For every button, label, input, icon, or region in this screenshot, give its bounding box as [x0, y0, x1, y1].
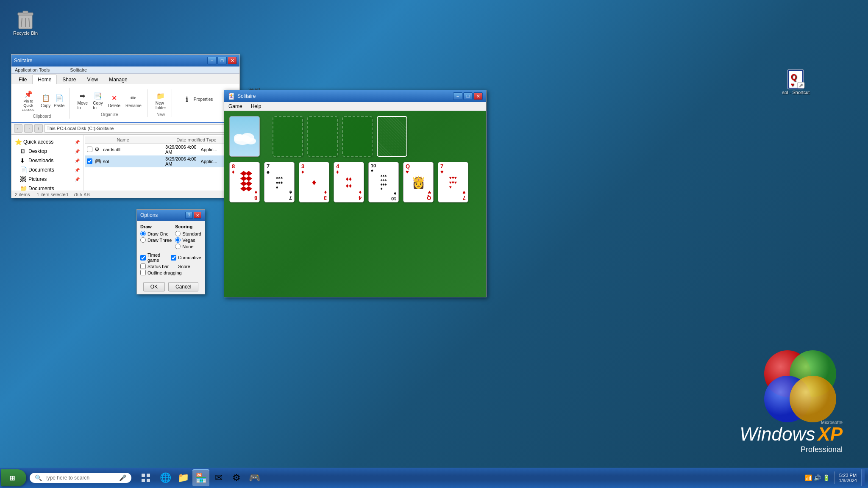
- taskbar-mail-icon[interactable]: ✉: [210, 469, 227, 486]
- foundation-1[interactable]: [273, 116, 303, 157]
- items-count: 2 items: [15, 192, 30, 197]
- tab-view[interactable]: View: [81, 75, 103, 84]
- foundation-4[interactable]: [377, 116, 407, 157]
- pin-to-quick-access-button[interactable]: 📌 Pin to Quickaccess: [18, 88, 39, 113]
- copy-to-button[interactable]: 📑 Copyto: [91, 89, 105, 111]
- taskbar-explorer-icon[interactable]: 📁: [175, 469, 192, 486]
- task-view-icon[interactable]: [138, 470, 153, 485]
- maximize-button[interactable]: □: [217, 57, 227, 64]
- outline-dragging-checkbox[interactable]: [140, 270, 146, 275]
- volume-icon[interactable]: 🔊: [814, 474, 821, 481]
- solitaire-maximize-button[interactable]: □: [463, 92, 473, 100]
- sidebar-item-pictures[interactable]: 🖼 Pictures 📌: [11, 175, 83, 184]
- diamond-pattern-svg: [236, 169, 253, 194]
- name-col-header[interactable]: Name: [117, 137, 176, 142]
- solitaire-minimize-button[interactable]: −: [453, 92, 462, 100]
- battery-icon[interactable]: 🔋: [823, 474, 830, 481]
- ok-button[interactable]: OK: [143, 282, 165, 291]
- status-bar-checkbox[interactable]: [140, 263, 146, 269]
- stock-card[interactable]: [229, 116, 260, 157]
- draw-three-radio[interactable]: [140, 237, 146, 243]
- options-dialog: Options ? ✕ Draw Draw One Draw Three: [136, 209, 205, 294]
- options-help-button[interactable]: ?: [185, 212, 193, 219]
- options-dialog-title-bar: Options ? ✕: [137, 210, 205, 221]
- draw-one-radio[interactable]: [140, 231, 146, 236]
- new-folder-button[interactable]: 📁 Newfolder: [153, 89, 168, 111]
- file-checkbox-2[interactable]: [87, 158, 92, 164]
- move-to-button[interactable]: ➡ Moveto: [75, 89, 90, 111]
- tableau-card-1[interactable]: 8♦ 8♦: [229, 162, 260, 202]
- tableau-card-5[interactable]: 10♠ ♠♠♠♠♠♠♠♠♠♠ 10♠: [368, 162, 399, 202]
- close-button[interactable]: ✕: [228, 57, 237, 64]
- taskbar-app5[interactable]: ⚙: [228, 469, 245, 486]
- cancel-button[interactable]: Cancel: [168, 282, 198, 291]
- start-button[interactable]: ⊞: [1, 469, 26, 486]
- timed-game-label: Timed game: [147, 252, 166, 263]
- outline-dragging-option[interactable]: Outline dragging: [140, 270, 201, 275]
- draw-one-option[interactable]: Draw One: [140, 231, 172, 236]
- tab-share[interactable]: Share: [57, 75, 81, 84]
- sidebar-item-desktop[interactable]: 🖥 Desktop 📌: [11, 147, 83, 156]
- delete-button[interactable]: ✕ Delete: [106, 92, 122, 109]
- properties-button[interactable]: ℹ Properties: [178, 92, 217, 107]
- rename-button[interactable]: ✏ Rename: [123, 92, 144, 109]
- tableau-card-3[interactable]: 3♦ ♦ 3♦: [299, 162, 329, 202]
- tableau-card-4[interactable]: 4♦ ♦♦♦♦ 4♦: [334, 162, 364, 202]
- taskbar-app6[interactable]: 🎮: [246, 469, 263, 486]
- sidebar-label-documents2: Documents: [28, 186, 54, 191]
- tableau-card-7[interactable]: 7♥ ♥♥♥♥♥♥♥ 7♥: [438, 162, 468, 202]
- scoring-none-radio[interactable]: [175, 244, 181, 249]
- copy-button[interactable]: 📋 Copy: [39, 92, 52, 109]
- menu-help[interactable]: Help: [247, 102, 266, 111]
- foundation-2[interactable]: [307, 116, 338, 157]
- tab-file[interactable]: File: [13, 75, 32, 84]
- clock[interactable]: 5:23 PM 1/8/2024: [839, 473, 857, 483]
- card-value-3d-top: 3♦: [301, 164, 304, 175]
- scoring-standard-option[interactable]: Standard: [175, 231, 201, 236]
- solitaire-close-button[interactable]: ✕: [473, 92, 483, 100]
- timed-game-option[interactable]: Timed game Cumulative: [140, 252, 201, 263]
- back-button[interactable]: ←: [14, 124, 22, 133]
- show-desktop-button[interactable]: [861, 469, 865, 486]
- paste-button[interactable]: 📄 Paste: [53, 92, 66, 109]
- solitaire-title-bar: 🃏 Solitaire − □ ✕: [224, 90, 486, 102]
- outline-dragging-label: Outline dragging: [147, 270, 182, 275]
- scoring-vegas-option[interactable]: Vegas: [175, 237, 201, 243]
- new-group: 📁 Newfolder New: [150, 89, 172, 117]
- tableau-card-2[interactable]: 7♠ ♠♠♠♠♠♠♠ 7♠: [264, 162, 295, 202]
- address-input[interactable]: This PC › Local Disk (C:) › Solitaire: [45, 124, 227, 133]
- tab-home[interactable]: Home: [32, 75, 57, 84]
- scoring-none-option[interactable]: None: [175, 244, 201, 249]
- tableau-card-6[interactable]: Q♥ 👸 Q♥: [403, 162, 434, 202]
- taskbar-search-box[interactable]: 🔍 Type here to search 🎤: [30, 473, 131, 483]
- up-button[interactable]: ↑: [34, 124, 43, 133]
- recycle-bin-icon[interactable]: Recycle Bin: [13, 8, 38, 36]
- scoring-standard-radio[interactable]: [175, 231, 181, 236]
- date-col-header[interactable]: Date modified: [176, 137, 206, 142]
- status-bar-option[interactable]: Status bar Score: [140, 263, 201, 269]
- table-row[interactable]: 🎮 sol 3/29/2006 4:00 AM Applic...: [85, 155, 238, 167]
- options-close-button[interactable]: ✕: [194, 212, 201, 219]
- minimize-button[interactable]: −: [207, 57, 217, 64]
- foundation-3[interactable]: [342, 116, 373, 157]
- sidebar-item-quick-access[interactable]: ⭐ Quick access 📌: [11, 137, 83, 147]
- sidebar-item-documents2[interactable]: 📁 Documents: [11, 184, 83, 191]
- menu-game[interactable]: Game: [224, 102, 247, 111]
- timed-game-checkbox[interactable]: [140, 255, 146, 261]
- sidebar-item-documents[interactable]: 📄 Documents 📌: [11, 165, 83, 175]
- table-row[interactable]: ⚙ cards.dll 3/29/2006 4:00 AM Applic...: [85, 144, 238, 155]
- cumulative-checkbox[interactable]: [171, 255, 176, 261]
- taskbar-edge-icon[interactable]: 🌐: [157, 469, 174, 486]
- forward-button[interactable]: →: [24, 124, 33, 133]
- sol-shortcut[interactable]: Q ♥ ↗ sol - Shortcut: [779, 68, 813, 95]
- scoring-vegas-radio[interactable]: [175, 237, 181, 243]
- card-center-3d: ♦: [312, 177, 316, 187]
- draw-three-option[interactable]: Draw Three: [140, 237, 172, 243]
- file-checkbox-1[interactable]: [87, 147, 92, 152]
- taskbar-store-icon[interactable]: 🏪: [192, 469, 209, 486]
- tab-manage[interactable]: Manage: [103, 75, 133, 84]
- network-icon[interactable]: 📶: [805, 474, 812, 481]
- sidebar-item-downloads[interactable]: ⬇ Downloads 📌: [11, 156, 83, 165]
- windows-text: Windows: [740, 425, 815, 444]
- card-center-4d: ♦♦♦♦: [346, 175, 352, 189]
